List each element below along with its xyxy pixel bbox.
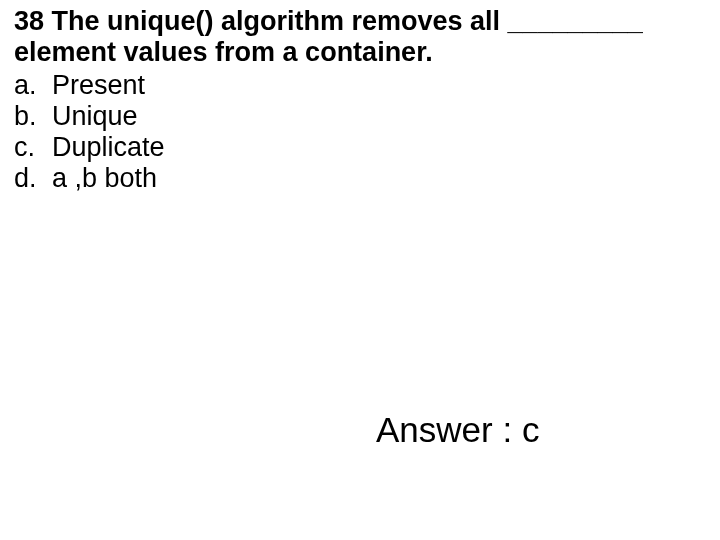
answer-text: Answer : c <box>376 410 539 450</box>
option-d: d. a ,b both <box>14 163 706 194</box>
option-c-text: Duplicate <box>52 132 165 163</box>
question-line-2: element values from a container. <box>14 37 706 68</box>
option-a: a. Present <box>14 70 706 101</box>
option-a-text: Present <box>52 70 145 101</box>
option-b: b. Unique <box>14 101 706 132</box>
option-d-letter: d. <box>14 163 52 194</box>
option-a-letter: a. <box>14 70 52 101</box>
question-block: 38 The unique() algorithm removes all __… <box>14 6 706 194</box>
option-c-letter: c. <box>14 132 52 163</box>
option-c: c. Duplicate <box>14 132 706 163</box>
slide: 38 The unique() algorithm removes all __… <box>0 0 720 540</box>
question-line-1: 38 The unique() algorithm removes all __… <box>14 6 706 37</box>
option-d-text: a ,b both <box>52 163 157 194</box>
option-b-letter: b. <box>14 101 52 132</box>
option-b-text: Unique <box>52 101 138 132</box>
options-list: a. Present b. Unique c. Duplicate d. a ,… <box>14 70 706 194</box>
